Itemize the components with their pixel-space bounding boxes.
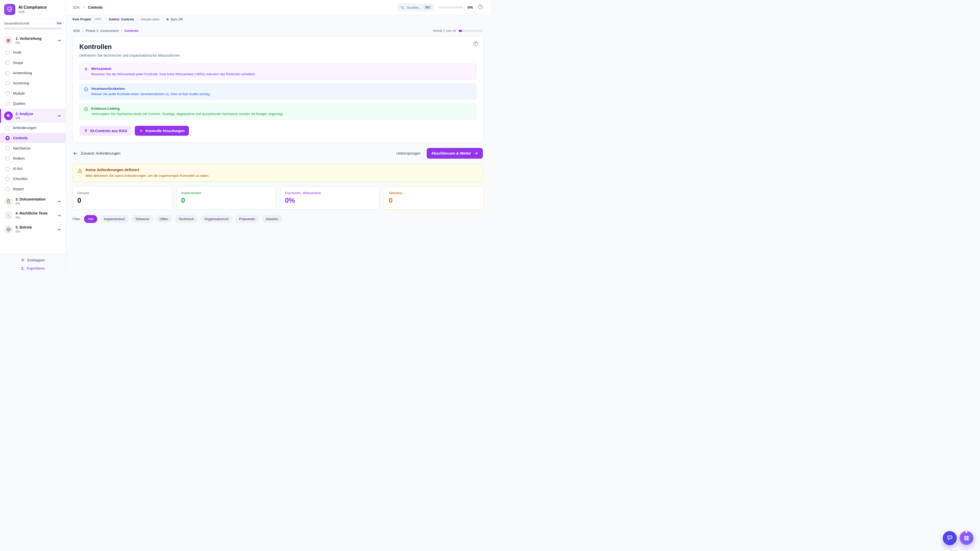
section-header-rechtliche-texte[interactable]: 4. Rechtliche Texte 0% (0, 208, 65, 222)
add-control-button[interactable]: Kontrolle hinzufuegen (135, 126, 189, 136)
sidebar-item-anforderungen[interactable]: Anforderungen (0, 123, 65, 133)
filter-chip-praeventiv[interactable]: Praeventiv (235, 215, 259, 223)
main-area: SDK Controls Suchen... ⌘K 0% (66, 0, 490, 275)
sidebar-item-label: Report (13, 187, 24, 191)
export-label: Exportieren (27, 266, 45, 270)
sidebar-item-risiken[interactable]: Risiken (0, 153, 65, 164)
section-percent: 0% (16, 41, 41, 44)
add-control-label: Kontrolle hinzufuegen (145, 129, 185, 133)
search-input[interactable]: Suchen... ⌘K (398, 3, 434, 11)
sidebar-item-nachweise[interactable]: Nachweise (0, 143, 65, 153)
skip-button[interactable]: Ueberspringen (396, 151, 421, 156)
sidebar-footer: Einklappen Exportieren (0, 254, 65, 275)
ai-controls-button[interactable]: KI-Controls aus RAG (80, 126, 131, 136)
app-window: AI Compliance SDK Gesamtfortschritt 0% (0, 0, 490, 275)
chevron-down-icon (57, 227, 62, 232)
breadcrumb: SDK Controls (73, 5, 103, 10)
overall-progress-bar (4, 27, 62, 30)
back-button[interactable]: Zurueck: Anforderungen (73, 151, 121, 156)
radio-circle-icon (5, 187, 10, 191)
filter-chip-technisch[interactable]: Technisch (175, 215, 198, 223)
sidebar-item-anwendung[interactable]: Anwendung (0, 68, 65, 78)
breadcrumb-root[interactable]: SDK (73, 5, 80, 10)
radio-checked-icon (5, 136, 10, 140)
radio-circle-icon (5, 126, 10, 130)
step-label: Schritt 2 von 14 (433, 29, 456, 33)
page-subtitle: Definieren Sie technische und organisato… (80, 53, 476, 57)
sidebar-item-report[interactable]: Report (0, 184, 65, 194)
chevron-up-icon (57, 114, 62, 118)
filter-chip-organisatorisch[interactable]: Organisatorisch (200, 215, 232, 223)
section-title: 3. Dokumentation (16, 197, 45, 201)
page-title: Kontrollen (80, 43, 476, 51)
crumb-phase[interactable]: Phase 1: Assessment (86, 29, 119, 33)
sidebar-item-checklist[interactable]: Checklist (0, 174, 65, 184)
filter-chip-teilweise[interactable]: Teilweise (131, 215, 153, 223)
info-text: Weisen Sie jeder Kontrolle einen Verantw… (91, 92, 210, 96)
filter-chip-alle[interactable]: Alle (84, 215, 97, 223)
sidebar-item-quellen[interactable]: Quellen (0, 98, 65, 109)
section-header-dokumentation[interactable]: 3. Dokumentation 0% (0, 194, 65, 208)
sync-status: Sync OK (166, 17, 183, 21)
collapse-sidebar-button[interactable]: Einklappen (21, 258, 45, 262)
page-content: SDK / Phase 1: Assessment / Controls Sch… (66, 24, 490, 275)
app-logo: AI Compliance SDK (0, 0, 65, 18)
version-badge: V001 (94, 17, 102, 21)
stats-row: Gesamt 0 Implementiert 0 Durchschn. Wirk… (73, 186, 484, 210)
section-percent: 0% (16, 116, 33, 120)
back-label: Zurueck: Anforderungen (81, 151, 121, 156)
stat-value: 0 (181, 197, 271, 205)
search-placeholder: Suchen... (407, 6, 422, 10)
crumb-current: Controls (124, 29, 138, 33)
sidebar-item-screening[interactable]: Screening (0, 78, 65, 88)
warning-title: Keine Anforderungen definiert (86, 168, 209, 172)
topbar: SDK Controls Suchen... ⌘K 0% (66, 0, 490, 15)
section-percent: 0% (16, 230, 32, 233)
clipboard-icon (4, 197, 13, 206)
info-title: Verantwortlichkeiten (91, 87, 210, 91)
section-title: 2. Analyse (16, 112, 33, 116)
sidebar-item-ai-act[interactable]: AI Act (0, 164, 65, 174)
stat-value: 0 (77, 197, 167, 205)
status-bar: Kein Projekt V001 Zuletzt: Controls Gera… (66, 15, 490, 24)
crumb-root[interactable]: SDK (73, 29, 80, 33)
check-circle-icon (84, 107, 88, 111)
memo-icon (4, 211, 13, 220)
divider (105, 17, 105, 21)
sidebar-item-controls[interactable]: Controls (0, 133, 65, 143)
lightbulb-icon (84, 129, 88, 133)
target-icon (4, 36, 13, 45)
section-header-analyse[interactable]: 2. Analyse 0% (0, 109, 65, 123)
stat-label: Teilweise (389, 191, 479, 195)
sidebar-item-label: Risiken (13, 156, 25, 160)
finish-next-button[interactable]: Abschliessen & Weiter (427, 148, 483, 159)
arrow-right-icon (474, 151, 478, 156)
info-title: Wirksamkeit (91, 67, 256, 71)
sidebar-section-analyse: 2. Analyse 0% Anforderungen Controls Nac… (0, 109, 65, 194)
breadcrumb-current: Controls (88, 5, 103, 10)
radio-circle-icon (5, 177, 10, 181)
info-box-verantwortlichkeiten: Verantwortlichkeiten Weisen Sie jeder Ko… (80, 83, 476, 100)
filter-chip-offen[interactable]: Offen (156, 215, 172, 223)
export-button[interactable]: Exportieren (21, 266, 45, 270)
finish-next-label: Abschliessen & Weiter (431, 151, 471, 156)
sidebar-item-label: AI Act (13, 167, 22, 171)
section-items: Anforderungen Controls Nachweise Risiken… (0, 123, 65, 194)
filter-chip-implementiert[interactable]: Implementiert (100, 215, 129, 223)
sidebar-item-label: Anforderungen (13, 126, 37, 130)
filter-chip-detektiv[interactable]: Detektiv (262, 215, 282, 223)
sidebar-item-profil[interactable]: Profil (0, 48, 65, 58)
sidebar-item-scope[interactable]: Scope (0, 58, 65, 68)
ai-controls-label: KI-Controls aus RAG (90, 129, 127, 133)
card-help-icon[interactable] (473, 41, 479, 47)
section-header-vorbereitung[interactable]: 1. Vorbereitung 0% (0, 34, 65, 48)
help-icon[interactable] (477, 4, 484, 11)
warning-banner: Keine Anforderungen definiert Bitte defi… (73, 164, 484, 182)
chevron-right-icon (82, 6, 86, 9)
sidebar-item-label: Screening (13, 81, 29, 85)
section-header-betrieb[interactable]: 5. Betrieb 0% (0, 222, 65, 236)
radio-circle-icon (5, 167, 10, 171)
crumb-separator: / (121, 29, 122, 33)
sidebar-item-label: Scope (13, 61, 23, 65)
sidebar-item-module[interactable]: Module (0, 88, 65, 98)
